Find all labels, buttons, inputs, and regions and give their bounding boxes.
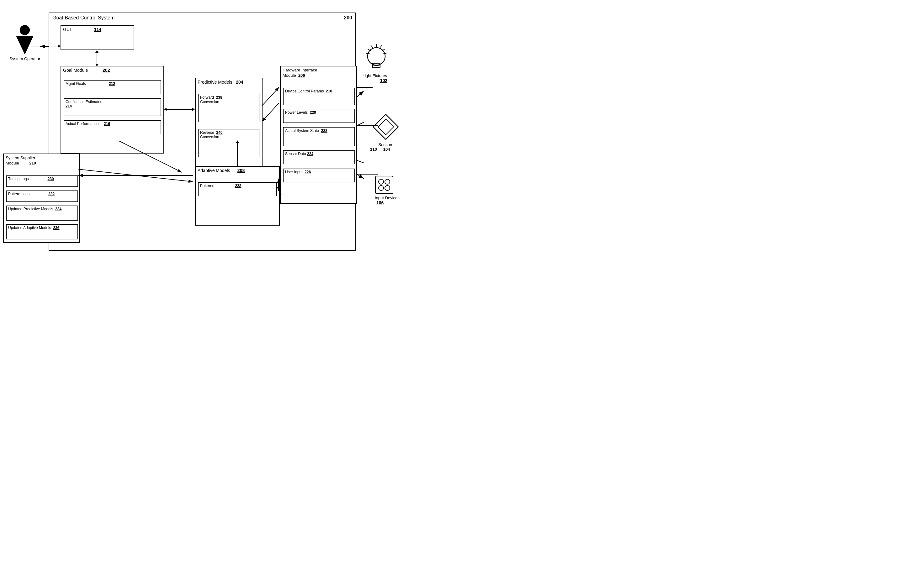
adaptive-models-label: Adaptive Models 208	[196, 167, 279, 174]
actual-performance-box: Actual Performance 216	[64, 120, 161, 134]
person-body-icon	[16, 36, 33, 54]
actual-system-state-box: Actual System State 222	[283, 127, 355, 146]
system-supplier-box: System SupplierModule 210 Tuning Logs 23…	[3, 154, 80, 243]
svg-point-52	[379, 186, 384, 190]
goal-pred-arrow-right	[192, 108, 195, 111]
mgmt-goals-box: Mgmt Goals 212	[64, 80, 161, 94]
tuning-logs-box: Tuning Logs 230	[6, 175, 78, 187]
power-levels-text: Power Levels 220	[284, 109, 354, 116]
goal-pred-arrow-left	[164, 108, 166, 111]
person-gui-arrowhead	[58, 45, 60, 48]
input-device-icon	[375, 175, 394, 194]
hardware-interface-box: Hardware InterfaceModule 206 Device Cont…	[280, 66, 357, 203]
svg-point-51	[385, 179, 390, 184]
diagram: System Operator Goal-Based Control Syste…	[0, 0, 462, 282]
pattern-logs-box: Pattern Logs 232	[6, 190, 78, 202]
confidence-estimates-text: Confidence Estimates 214	[64, 99, 160, 109]
user-input-box: User Input 226	[283, 169, 355, 183]
light-fixtures-label: Light Fixtures	[361, 73, 389, 78]
goal-module-box: Goal Module 202 Mgmt Goals 212 Confidenc…	[60, 66, 164, 154]
adaptive-pred-arrow-top	[236, 141, 239, 143]
hw-light-line	[357, 87, 373, 88]
sensor-num-104: 104	[383, 147, 390, 152]
updated-adaptive-text: Updated Adaptive Models 236	[7, 224, 78, 231]
gui-goal-arrow-top	[95, 50, 99, 52]
person-head-icon	[20, 25, 30, 35]
adaptive-pred-arrow	[237, 141, 238, 167]
tuning-logs-text: Tuning Logs 230	[7, 176, 78, 182]
svg-line-21	[262, 87, 279, 106]
device-control-params-box: Device Control Params 218	[283, 88, 355, 105]
reverse-conversion-text: Reverse 240 Conversion	[198, 129, 259, 140]
patterns-box: Patterns 228	[198, 183, 277, 196]
goal-module-num: 202	[102, 68, 110, 73]
predictive-models-box: Predictive Models 204 Forward 238 Conver…	[195, 78, 262, 175]
hardware-interface-label: Hardware InterfaceModule 206	[281, 66, 356, 79]
mgmt-goals-text: Mgmt Goals 212	[64, 81, 160, 87]
predictive-models-num: 204	[236, 79, 243, 85]
system-supplier-num: 210	[29, 161, 36, 165]
light-fixtures-area: Light Fixtures 102	[364, 41, 389, 83]
main-num: 200	[344, 15, 352, 21]
sensors-label: Sensors	[370, 142, 402, 147]
system-operator-label: System Operator	[9, 56, 40, 61]
forward-conversion-box: Forward 238 Conversion	[198, 94, 260, 122]
sensors-area: Sensors 110 104	[370, 113, 402, 152]
svg-line-39	[371, 45, 373, 48]
predictive-models-label: Predictive Models 204	[196, 78, 262, 85]
svg-rect-49	[375, 176, 393, 194]
person-gui-arrow-line	[31, 46, 60, 46]
sensor-data-text: Sensor Data 224	[284, 151, 354, 157]
hw-sensor-line	[357, 125, 378, 126]
hardware-interface-num: 206	[298, 73, 305, 78]
updated-predictive-text: Updated Predictive Models 234	[7, 206, 78, 212]
sensor-num-110: 110	[370, 147, 377, 152]
main-title: Goal-Based Control System	[52, 15, 114, 21]
power-levels-box: Power Levels 220	[283, 109, 355, 123]
light-fixtures-num: 102	[364, 78, 387, 83]
input-devices-area: Input Devices 106	[375, 175, 400, 205]
gui-num: 114	[94, 27, 101, 32]
svg-point-53	[385, 186, 390, 190]
forward-conversion-text: Forward 238 Conversion	[198, 94, 259, 105]
supplier-adaptive-arrows	[78, 166, 198, 185]
user-input-text: User Input 226	[284, 169, 354, 175]
svg-point-50	[379, 179, 384, 184]
updated-predictive-box: Updated Predictive Models 234	[6, 205, 78, 221]
updated-adaptive-box: Updated Adaptive Models 236	[6, 224, 78, 239]
adaptive-hw-arrow2	[279, 180, 282, 196]
system-operator: System Operator	[9, 25, 40, 61]
sensor-icon	[370, 113, 402, 141]
goal-module-label: Goal Module 202	[61, 66, 164, 73]
actual-system-state-text: Actual System State 222	[284, 127, 354, 134]
adaptive-models-box: Adaptive Models 208 Patterns 228	[195, 166, 280, 226]
input-devices-label: Input Devices	[375, 196, 400, 200]
svg-line-41	[366, 53, 370, 54]
confidence-estimates-box: Confidence Estimates 214	[64, 99, 161, 116]
svg-line-42	[380, 45, 382, 48]
adaptive-models-num: 208	[237, 168, 244, 173]
gui-label: GUI 114	[61, 26, 134, 33]
svg-marker-48	[378, 119, 394, 135]
actual-performance-text: Actual Performance 216	[64, 121, 160, 127]
peripherals-vert-line	[372, 87, 372, 175]
gui-box: GUI 114	[60, 25, 134, 50]
input-devices-num: 106	[376, 200, 400, 205]
sensor-data-box: Sensor Data 224	[283, 150, 355, 164]
svg-rect-46	[373, 66, 380, 68]
device-control-params-text: Device Control Params 218	[284, 88, 354, 94]
hw-input-line	[357, 174, 378, 175]
patterns-text: Patterns 228	[198, 183, 276, 189]
pattern-logs-text: Pattern Logs 232	[7, 191, 78, 197]
lightbulb-icon	[364, 41, 389, 72]
svg-line-44	[382, 53, 386, 54]
pred-hw-arrows	[262, 78, 281, 115]
gui-goal-arrow	[97, 51, 97, 64]
goal-pred-arrow	[165, 109, 193, 110]
svg-marker-47	[373, 114, 398, 139]
system-supplier-label: System SupplierModule 210	[4, 154, 80, 167]
reverse-conversion-box: Reverse 240 Conversion	[198, 129, 260, 157]
